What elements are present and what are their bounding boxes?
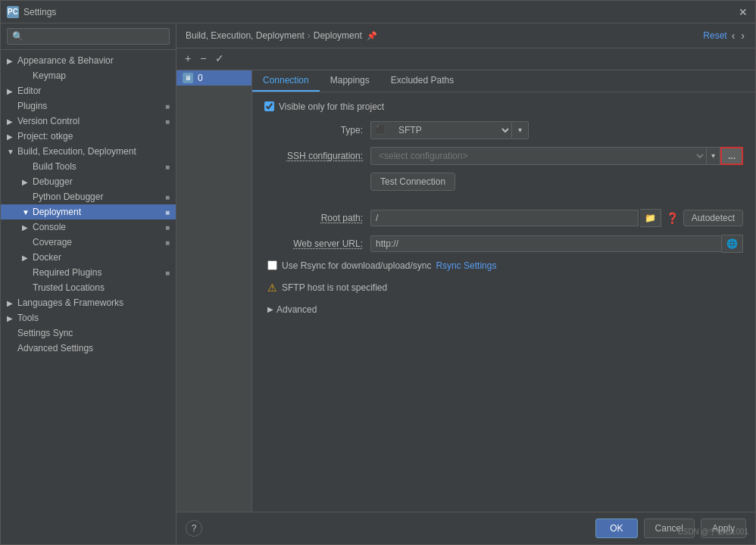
ssh-ellipsis-button[interactable]: ... <box>720 147 743 165</box>
ssh-config-select[interactable]: <select configuration> <box>370 147 707 165</box>
settings-window: PC Settings ✕ ▶ Appearance & Behavior Ke… <box>0 0 756 545</box>
visible-project-row: Visible only for this project <box>264 101 743 112</box>
expand-arrow: ▶ <box>22 178 30 186</box>
rsync-text: Use Rsync for download/upload/sync <box>282 260 431 271</box>
visible-project-text: Visible only for this project <box>279 101 384 112</box>
reset-link[interactable]: Reset <box>703 30 726 41</box>
sidebar-item-deployment[interactable]: ▼ Deployment ■ <box>1 204 176 220</box>
type-row: Type: ⬛ SFTP FTP FTPS Local or moun <box>264 121 743 139</box>
rsync-checkbox[interactable] <box>267 260 277 270</box>
sidebar-item-plugins[interactable]: Plugins ■ <box>1 98 176 114</box>
expand-arrow: ▶ <box>22 223 30 232</box>
sidebar-item-label: Deployment <box>33 207 81 217</box>
close-button[interactable]: ✕ <box>737 6 749 18</box>
badge: ■ <box>165 269 170 277</box>
sidebar-item-languages[interactable]: ▶ Languages & Frameworks <box>1 295 176 310</box>
search-input[interactable] <box>7 28 170 45</box>
sidebar-item-settings-sync[interactable]: Settings Sync <box>1 325 176 341</box>
sidebar-item-debugger[interactable]: ▶ Debugger <box>1 174 176 189</box>
sidebar-item-label: Tools <box>17 313 39 323</box>
sidebar-item-label: Editor <box>17 86 41 96</box>
sidebar-item-editor[interactable]: ▶ Editor <box>1 83 176 98</box>
breadcrumb-sep: › <box>308 30 311 41</box>
root-path-label: Root path: <box>264 213 370 223</box>
help-button[interactable]: ? <box>186 520 202 537</box>
sidebar-item-label: Build, Execution, Deployment <box>17 146 136 157</box>
sidebar-item-build-exec-deploy[interactable]: ▼ Build, Execution, Deployment <box>1 144 176 159</box>
test-connection-button[interactable]: Test Connection <box>370 173 455 191</box>
sidebar-item-label: Languages & Frameworks <box>17 297 123 308</box>
sidebar-item-version-control[interactable]: ▶ Version Control ■ <box>1 114 176 129</box>
rsync-label[interactable]: Use Rsync for download/upload/sync <box>267 260 431 271</box>
root-path-row: Root path: 📁 ❓ Autodetect <box>264 209 743 227</box>
root-path-group: 📁 ❓ Autodetect <box>370 209 743 227</box>
advanced-row[interactable]: ▶ Advanced <box>264 301 743 318</box>
sidebar-item-console[interactable]: ▶ Console ■ <box>1 220 176 235</box>
visible-project-label[interactable]: Visible only for this project <box>264 101 743 112</box>
title-bar: PC Settings ✕ <box>1 1 755 23</box>
sidebar-item-label: Advanced Settings <box>17 343 93 353</box>
server-toolbar: + − ✓ <box>177 48 755 70</box>
expand-arrow: ▼ <box>22 208 30 216</box>
web-url-group: 🌐 <box>370 235 743 253</box>
apply-button[interactable]: Apply <box>701 519 746 538</box>
right-header: Build, Execution, Deployment › Deploymen… <box>177 23 755 48</box>
breadcrumb: Build, Execution, Deployment › Deploymen… <box>186 30 377 41</box>
tab-excluded-paths[interactable]: Excluded Paths <box>380 70 464 92</box>
nav-forward-button[interactable]: › <box>739 30 746 42</box>
web-server-url-label: Web server URL: <box>264 238 370 249</box>
tab-mappings[interactable]: Mappings <box>320 70 380 92</box>
ok-button[interactable]: OK <box>595 519 637 538</box>
sidebar-item-label: Console <box>33 222 66 232</box>
sidebar-item-tools[interactable]: ▶ Tools <box>1 310 176 325</box>
server-list-panel: 🖥 0 <box>177 70 252 512</box>
type-input-group: ⬛ SFTP FTP FTPS Local or mounted folder … <box>370 121 743 139</box>
expand-arrow: ▼ <box>7 148 14 156</box>
cancel-button[interactable]: Cancel <box>644 519 695 538</box>
sidebar-item-label: Appearance & Behavior <box>17 55 114 66</box>
nav-back-button[interactable]: ‹ <box>730 30 737 42</box>
sidebar: ▶ Appearance & Behavior Keymap ▶ Editor … <box>1 23 177 544</box>
tab-connection[interactable]: Connection <box>252 70 320 92</box>
ssh-config-dropdown-button[interactable]: ▾ <box>707 147 720 165</box>
badge: ■ <box>165 117 170 126</box>
header-actions: Reset ‹ › <box>703 30 746 42</box>
expand-arrow: ▶ <box>7 57 14 65</box>
web-url-input[interactable] <box>370 235 722 252</box>
sidebar-item-label: Version Control <box>17 116 80 126</box>
server-list-item[interactable]: 🖥 0 <box>177 70 251 86</box>
badge: ■ <box>165 193 170 201</box>
sidebar-item-label: Required Plugins <box>33 267 102 278</box>
autodetect-button[interactable]: Autodetect <box>683 210 743 226</box>
sidebar-item-keymap[interactable]: Keymap <box>1 68 176 83</box>
check-button[interactable]: ✓ <box>211 51 228 67</box>
sidebar-item-coverage[interactable]: Coverage ■ <box>1 235 176 250</box>
ssh-config-row: SSH configuration: <select configuration… <box>264 147 743 165</box>
remove-server-button[interactable]: − <box>196 51 210 67</box>
sidebar-item-trusted-locations[interactable]: Trusted Locations <box>1 280 176 295</box>
expand-arrow: ▶ <box>22 254 30 262</box>
root-path-help-button[interactable]: ❓ <box>663 212 682 224</box>
type-select[interactable]: SFTP FTP FTPS Local or mounted folder <box>391 121 511 139</box>
type-dropdown-button[interactable]: ▾ <box>511 121 529 139</box>
sidebar-items: ▶ Appearance & Behavior Keymap ▶ Editor … <box>1 50 176 544</box>
advanced-label: Advanced <box>276 304 317 315</box>
root-path-input[interactable] <box>370 210 639 226</box>
breadcrumb-part1: Build, Execution, Deployment <box>186 30 305 41</box>
sidebar-item-required-plugins[interactable]: Required Plugins ■ <box>1 265 176 280</box>
pin-icon: 📌 <box>367 31 377 41</box>
sidebar-item-advanced-settings[interactable]: Advanced Settings <box>1 341 176 356</box>
folder-button[interactable]: 📁 <box>640 209 661 227</box>
rsync-settings-link[interactable]: Rsync Settings <box>436 260 496 271</box>
sidebar-item-build-tools[interactable]: Build Tools ■ <box>1 159 176 174</box>
sidebar-item-python-debugger[interactable]: Python Debugger ■ <box>1 189 176 204</box>
sidebar-item-docker[interactable]: ▶ Docker <box>1 250 176 265</box>
type-label: Type: <box>264 125 370 135</box>
visible-project-checkbox[interactable] <box>264 101 274 111</box>
main-content: ▶ Appearance & Behavior Keymap ▶ Editor … <box>1 23 755 544</box>
sidebar-item-label: Keymap <box>33 70 66 81</box>
browser-button[interactable]: 🌐 <box>722 235 743 253</box>
sidebar-item-project[interactable]: ▶ Project: otkge <box>1 129 176 144</box>
sidebar-item-appearance[interactable]: ▶ Appearance & Behavior <box>1 53 176 68</box>
add-server-button[interactable]: + <box>181 51 195 67</box>
